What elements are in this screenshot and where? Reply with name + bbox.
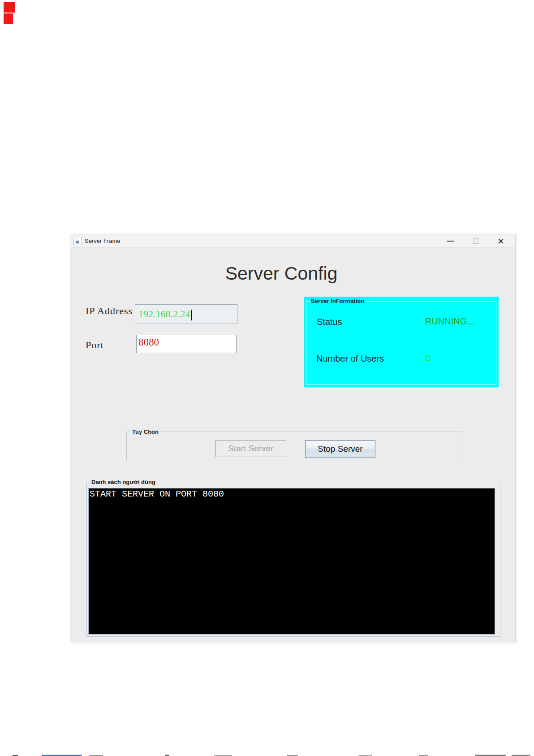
options-groupbox: Tuy Chon Start Server Stop Server xyxy=(126,432,462,460)
window-title: Server Frame xyxy=(85,238,120,244)
port-label: Port xyxy=(86,339,104,351)
user-list-group-title: Danh sách người dùng xyxy=(90,479,157,485)
stop-server-button[interactable]: Stop Server xyxy=(305,440,375,458)
options-group-title: Tuy Chon xyxy=(130,428,160,435)
port-field[interactable]: 8080 xyxy=(136,335,237,353)
number-of-users-label: Number of Users xyxy=(316,354,384,364)
java-icon xyxy=(73,237,82,245)
user-list-groupbox: Danh sách người dùng START SERVER ON POR… xyxy=(86,482,500,637)
maximize-icon xyxy=(473,238,478,244)
ip-address-value: 192.168.2.24 xyxy=(138,308,190,320)
title-bar[interactable]: Server Frame ✕ xyxy=(70,234,515,248)
text-caret xyxy=(191,310,192,320)
server-log-console[interactable]: START SERVER ON PORT 8080 xyxy=(88,488,495,635)
server-frame-window: Server Frame ✕ Server Config IP Address … xyxy=(70,234,515,642)
console-line: START SERVER ON PORT 8080 xyxy=(89,488,495,500)
port-value: 8080 xyxy=(138,337,159,348)
server-information-title: Server InFormation xyxy=(310,298,366,304)
minimize-button[interactable] xyxy=(441,234,461,248)
server-information-border xyxy=(306,301,496,384)
minimize-icon xyxy=(447,241,454,242)
status-value: RUNNING... xyxy=(425,316,474,327)
ip-address-field[interactable]: 192.168.2.24 xyxy=(135,304,237,324)
red-marker-bottom xyxy=(4,13,13,24)
close-icon: ✕ xyxy=(497,237,504,246)
number-of-users-value: 0 xyxy=(425,353,430,363)
red-marker-top xyxy=(4,2,15,13)
page-title: Server Config xyxy=(70,263,492,284)
close-button[interactable]: ✕ xyxy=(491,234,511,248)
maximize-button[interactable] xyxy=(466,234,486,248)
ip-address-label: IP Address xyxy=(86,305,133,317)
status-label: Status xyxy=(317,317,342,327)
start-server-button[interactable]: Start Server xyxy=(215,440,286,457)
server-information-panel: Server InFormation Status RUNNING... Num… xyxy=(304,297,499,388)
